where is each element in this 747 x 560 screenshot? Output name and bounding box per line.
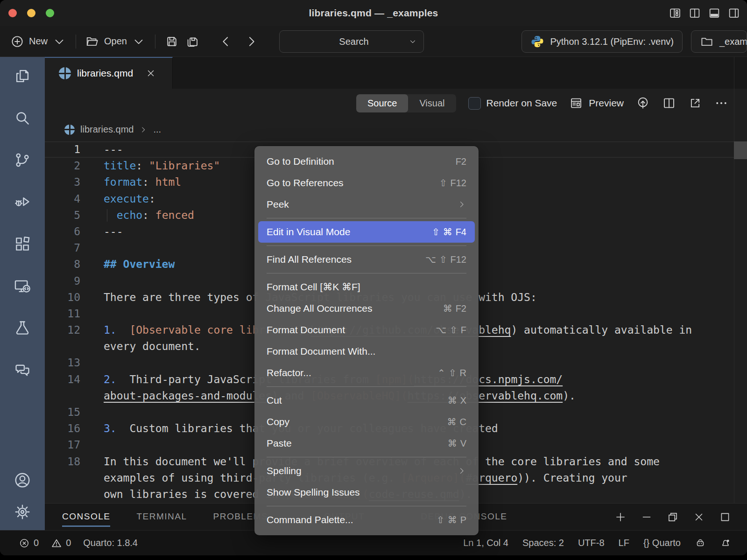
menu-item-copy[interactable]: Copy⌘C	[258, 411, 475, 433]
scrollbar-thumb[interactable]	[734, 141, 747, 159]
menu-item-label: Format Cell [⌘K ⌘F]	[267, 281, 360, 293]
line-number: 17	[45, 437, 80, 453]
menu-item-label: Find All References	[267, 254, 352, 265]
split-editor-icon[interactable]	[662, 96, 676, 110]
tab-libraries-qmd[interactable]: libraries.qmd	[45, 57, 173, 89]
menu-item-go-to-references[interactable]: Go to References⇧F12	[258, 172, 475, 194]
quarto-file-icon	[59, 67, 71, 79]
status-language-mode[interactable]: {} Quarto	[643, 538, 681, 548]
toolbar-separator	[76, 35, 76, 49]
save-all-button[interactable]	[185, 35, 199, 49]
editor-scrollbar[interactable]	[734, 57, 747, 503]
status-cursor-position[interactable]: Ln 1, Col 4	[463, 538, 508, 548]
customize-layout-icon[interactable]	[669, 7, 682, 20]
menu-item-go-to-definition[interactable]: Go to DefinitionF2	[258, 151, 475, 172]
menu-item-label: Go to Definition	[267, 156, 334, 167]
activity-bar-run-debug-icon[interactable]	[14, 193, 31, 211]
split-editor-layout-icon[interactable]	[688, 7, 701, 20]
activity-bar-account-icon[interactable]	[14, 471, 31, 489]
menu-item-format-cell-k-f[interactable]: Format Cell [⌘K ⌘F]	[258, 276, 475, 298]
mode-visual-button[interactable]: Visual	[408, 94, 456, 112]
menu-item-refactor[interactable]: Refactor...⌃⇧R	[258, 362, 475, 384]
toolbar-separator	[155, 35, 155, 49]
menu-item-find-all-references[interactable]: Find All References⌥⇧F12	[258, 249, 475, 270]
workspace-label: _examples	[719, 36, 747, 47]
status-warnings[interactable]: 0	[51, 538, 71, 549]
panel-collapse-icon[interactable]	[641, 511, 653, 523]
menu-item-show-spelling-issues[interactable]: Show Spelling Issues	[258, 482, 475, 503]
status-notifications[interactable]	[720, 538, 731, 549]
status-quarto-version[interactable]: Quarto: 1.8.4	[83, 538, 138, 548]
activity-bar-testing-icon[interactable]	[14, 319, 31, 337]
menu-shortcut: ⌥⇧F	[436, 324, 466, 336]
breadcrumb-more[interactable]: ...	[153, 124, 161, 135]
menu-separator	[267, 386, 466, 387]
menu-shortcut: ⌘V	[448, 438, 466, 449]
status-copilot[interactable]	[695, 538, 706, 549]
status-errors[interactable]: 0	[19, 538, 39, 549]
render-on-save-checkbox[interactable]	[468, 97, 481, 110]
panel-tab-console[interactable]: CONSOLE	[62, 507, 110, 527]
render-document-icon[interactable]	[636, 96, 650, 110]
menu-shortcut: ⌥⇧F12	[425, 254, 466, 265]
menu-shortcut: ⌘F2	[443, 303, 466, 314]
activity-bar-comments-icon[interactable]	[14, 361, 31, 379]
menu-item-spelling[interactable]: Spelling	[258, 460, 475, 482]
menu-item-command-palette[interactable]: Command Palette...⇧⌘P	[258, 509, 475, 531]
menu-shortcut: ⌘C	[447, 416, 466, 427]
activity-bar-source-control-icon[interactable]	[14, 151, 31, 169]
breadcrumb[interactable]: libraries.qmd ...	[45, 118, 747, 141]
activity-bar-search-icon[interactable]	[14, 109, 31, 127]
menu-item-label: Change All Occurrences	[267, 303, 372, 314]
menu-separator	[267, 457, 466, 457]
open-button[interactable]: Open	[85, 35, 146, 49]
menu-item-peek[interactable]: Peek	[258, 194, 475, 215]
folder-icon	[700, 35, 714, 49]
open-label: Open	[104, 36, 127, 47]
menu-separator	[267, 273, 466, 273]
menu-item-format-document-with[interactable]: Format Document With...	[258, 341, 475, 362]
close-tab-icon[interactable]	[146, 68, 156, 78]
search-input[interactable]: Search	[279, 30, 424, 53]
menu-item-paste[interactable]: Paste⌘V	[258, 433, 475, 454]
line-number: 12	[45, 322, 80, 338]
save-button[interactable]	[165, 35, 179, 49]
activity-bar-settings-icon[interactable]	[14, 503, 31, 521]
menu-item-edit-in-visual-mode[interactable]: Edit in Visual Mode⇧⌘F4	[258, 221, 475, 243]
panel-maximize-icon[interactable]	[719, 511, 731, 523]
menu-item-change-all-occurrences[interactable]: Change All Occurrences⌘F2	[258, 298, 475, 319]
menu-item-format-document[interactable]: Format Document⌥⇧F	[258, 319, 475, 341]
new-button[interactable]: New	[10, 35, 66, 49]
open-in-new-window-icon[interactable]	[688, 96, 702, 110]
status-indentation[interactable]: Spaces: 2	[522, 538, 564, 548]
line-number: 16	[45, 420, 80, 437]
more-actions-icon[interactable]	[714, 96, 728, 110]
activity-bar-extensions-icon[interactable]	[14, 235, 31, 253]
mode-source-button[interactable]: Source	[356, 94, 408, 112]
status-encoding[interactable]: UTF-8	[578, 538, 605, 548]
breadcrumb-file[interactable]: libraries.qmd	[80, 124, 134, 135]
toggle-panel-icon[interactable]	[708, 7, 721, 20]
menu-item-label: Peek	[267, 199, 289, 210]
panel-close-icon[interactable]	[693, 511, 705, 523]
menu-item-cut[interactable]: Cut⌘X	[258, 390, 475, 411]
menu-shortcut: ⇧⌘F4	[432, 226, 466, 238]
window-title: libraries.qmd — _examples	[0, 7, 747, 19]
preview-button[interactable]: Preview	[569, 96, 624, 110]
panel-restore-icon[interactable]	[667, 511, 679, 523]
preview-icon	[569, 96, 583, 110]
panel-tab-terminal[interactable]: TERMINAL	[136, 507, 187, 527]
navigate-forward-button[interactable]	[244, 35, 258, 49]
activity-bar-explorer-icon[interactable]	[14, 67, 31, 85]
activity-bar-sessions-icon[interactable]	[14, 277, 31, 295]
interpreter-selector[interactable]: Python 3.12.1 (PipEnv: .venv)	[521, 30, 683, 53]
status-eol[interactable]: LF	[619, 538, 629, 548]
menu-item-label: Refactor...	[267, 367, 311, 378]
navigate-back-button[interactable]	[219, 35, 233, 49]
menu-item-label: Command Palette...	[267, 514, 353, 525]
chevron-right-icon	[244, 35, 258, 49]
toggle-secondary-sidebar-icon[interactable]	[727, 7, 740, 20]
panel-add-icon[interactable]	[614, 511, 627, 523]
titlebar: libraries.qmd — _examples	[0, 0, 747, 26]
workspace-selector[interactable]: _examples	[691, 30, 747, 53]
